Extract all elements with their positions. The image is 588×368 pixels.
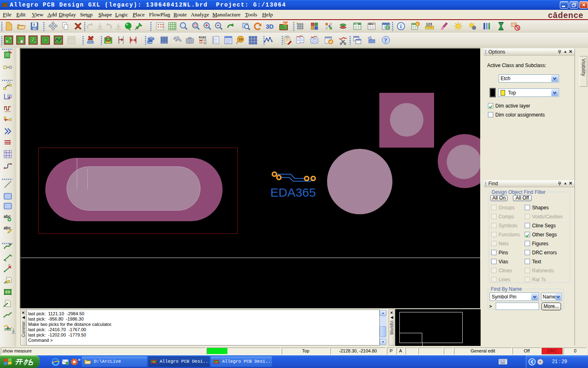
- svg-text:R1R2: R1R2: [199, 36, 206, 39]
- svg-text:DFA: DFA: [369, 23, 373, 25]
- svg-text:V2: V2: [203, 42, 207, 45]
- svg-text:V1: V1: [203, 39, 207, 42]
- svg-text:i: i: [400, 23, 402, 29]
- svg-text:CM: CM: [354, 23, 358, 25]
- svg-text:?: ?: [384, 37, 388, 44]
- svg-text:3D: 3D: [266, 23, 274, 30]
- svg-text:123: 123: [426, 22, 432, 26]
- svg-text:EDA365: EDA365: [270, 186, 316, 199]
- svg-text:abc: abc: [4, 226, 11, 230]
- svg-text:ODB: ODB: [148, 41, 154, 44]
- svg-text:FLIP: FLIP: [283, 22, 289, 25]
- svg-text:TP: TP: [238, 38, 243, 42]
